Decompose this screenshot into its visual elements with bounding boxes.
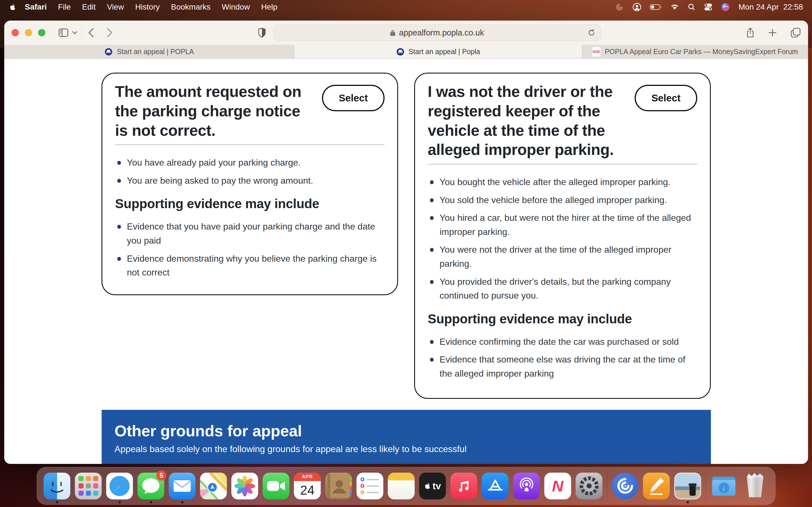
screen-mirroring-icon[interactable] <box>615 3 624 11</box>
dock-contacts[interactable] <box>325 473 352 499</box>
dock-apple-tv[interactable]: tv <box>419 473 446 499</box>
calendar-day: 24 <box>300 481 314 499</box>
minimized-window-object <box>690 486 696 496</box>
dock-mail[interactable] <box>169 473 196 499</box>
card-divider <box>428 164 697 165</box>
menu-view[interactable]: View <box>101 3 130 11</box>
reload-icon[interactable] <box>587 29 596 39</box>
back-icon[interactable] <box>88 28 94 38</box>
dock-safari[interactable] <box>106 473 133 499</box>
sidebar-icon[interactable] <box>58 28 68 37</box>
dock-divider <box>706 473 706 499</box>
tab-overview-icon[interactable] <box>791 27 801 38</box>
calendar-month: APR <box>294 473 321 481</box>
dock-podcasts[interactable] <box>513 473 540 499</box>
other-grounds-banner: Other grounds for appeal Appeals based s… <box>101 410 711 464</box>
bullet-item: You have already paid your parking charg… <box>115 156 385 170</box>
spotlight-search-icon[interactable] <box>688 3 696 11</box>
menu-bar: Safari File Edit View History Bookmarks … <box>0 0 812 14</box>
browser-toolbar: appealform.popla.co.uk <box>4 20 808 45</box>
minimize-window-button[interactable] <box>25 29 32 36</box>
tab-bar: Start an appeal | POPLA Start an appeal … <box>4 45 808 59</box>
safari-window: appealform.popla.co.uk Start an appeal |… <box>4 20 808 464</box>
dock: 5 APR 24 <box>37 467 776 505</box>
appeal-ground-card-not-driver-or-keeper: I was not the driver or the registered k… <box>414 73 711 399</box>
reason-list: You bought the vehicle after the alleged… <box>428 175 697 303</box>
dock-photos[interactable] <box>232 473 258 499</box>
share-icon[interactable] <box>746 27 755 38</box>
tab-label: Start an appeal | POPLA <box>117 48 194 56</box>
tab-start-an-appeal-popla-1[interactable]: Start an appeal | POPLA <box>4 45 294 59</box>
select-button[interactable]: Select <box>322 85 385 111</box>
control-center-icon[interactable] <box>704 3 712 11</box>
dock-notes[interactable] <box>388 473 415 499</box>
user-account-icon[interactable] <box>632 3 642 11</box>
dock-news[interactable]: N <box>545 473 571 499</box>
banner-subtitle: Appeals based solely on the following gr… <box>114 444 698 454</box>
dock-facetime[interactable] <box>263 473 290 499</box>
siri-icon[interactable] <box>721 3 730 11</box>
dock-system-settings[interactable] <box>576 473 603 499</box>
dock-maps[interactable] <box>200 473 227 499</box>
dock-app-store[interactable] <box>482 473 509 499</box>
menu-file[interactable]: File <box>52 3 77 11</box>
select-button[interactable]: Select <box>635 85 697 111</box>
menu-bookmarks[interactable]: Bookmarks <box>165 3 216 11</box>
menu-edit[interactable]: Edit <box>77 3 101 11</box>
dock-trash[interactable] <box>742 473 769 499</box>
card-title: The amount requested on the parking char… <box>115 82 315 140</box>
dock-pages[interactable] <box>643 473 670 499</box>
tab-label: POPLA Appeal Euro Car Parks — MoneySavin… <box>605 48 798 56</box>
close-window-button[interactable] <box>11 29 19 36</box>
battery-icon[interactable] <box>650 4 662 10</box>
supporting-evidence-heading: Supporting evidence may include <box>115 196 385 211</box>
dock-divider <box>607 473 607 499</box>
dock-reminders[interactable] <box>357 473 384 499</box>
menu-bar-clock[interactable]: Mon 24 Apr 22:58 <box>739 3 803 11</box>
apple-tv-label: tv <box>433 481 441 492</box>
dock-launchpad[interactable] <box>75 473 102 499</box>
card-title: I was not the driver or the registered k… <box>428 82 627 159</box>
dock-calendar[interactable]: APR 24 <box>294 473 321 499</box>
forward-icon[interactable] <box>107 28 113 38</box>
zoom-window-button[interactable] <box>38 29 45 36</box>
address-text: appealform.popla.co.uk <box>399 28 484 38</box>
tab-start-an-appeal-popla-2-active[interactable]: Start an appeal | Popla <box>294 45 582 59</box>
tab-mse-forum[interactable]: MSE POPLA Appeal Euro Car Parks — MoneyS… <box>582 45 808 59</box>
appeal-ground-card-amount-incorrect: The amount requested on the parking char… <box>101 73 398 295</box>
tab-label: Start an appeal | Popla <box>409 48 480 56</box>
bullet-item: You bought the vehicle after the alleged… <box>428 175 697 189</box>
card-divider <box>115 145 385 145</box>
messages-badge: 5 <box>156 470 167 481</box>
banner-title: Other grounds for appeal <box>114 421 698 440</box>
bullet-item: You sold the vehicle before the alleged … <box>428 193 697 207</box>
dock-finder[interactable] <box>44 473 70 499</box>
bullet-item: You provided the driver's details, but t… <box>428 275 697 303</box>
dock-blue-spiral-app[interactable] <box>612 473 639 499</box>
bullet-item: Evidence demonstrating why you believe t… <box>115 252 385 280</box>
bullet-item: You were not the driver at the time of t… <box>428 243 697 271</box>
download-arrow-icon: ↓ <box>718 483 729 493</box>
popla-car-favicon <box>104 48 113 56</box>
bullet-item: You hired a car, but were not the hirer … <box>428 211 697 239</box>
menu-window[interactable]: Window <box>216 3 256 11</box>
reason-list: You have already paid your parking charg… <box>115 156 385 187</box>
privacy-shield-icon[interactable] <box>258 27 266 38</box>
dock-minimized-window[interactable] <box>674 473 701 499</box>
dock-messages[interactable]: 5 <box>138 473 164 499</box>
menu-history[interactable]: History <box>130 3 165 11</box>
wifi-icon[interactable] <box>670 3 679 11</box>
bullet-item: You are being asked to pay the wrong amo… <box>115 174 385 188</box>
menu-help[interactable]: Help <box>255 3 283 11</box>
address-bar[interactable]: appealform.popla.co.uk <box>273 24 601 41</box>
menu-safari[interactable]: Safari <box>19 3 52 11</box>
trash-cup <box>746 476 765 497</box>
bullet-item: Evidence confirming the date the car was… <box>428 335 697 349</box>
dock-music[interactable] <box>451 473 477 499</box>
chevron-down-icon[interactable] <box>72 31 78 35</box>
evidence-list: Evidence confirming the date the car was… <box>428 335 697 381</box>
new-tab-icon[interactable] <box>768 28 777 37</box>
dock-downloads-folder[interactable]: ↓ <box>711 473 737 499</box>
bullet-item: Evidence that someone else was driving t… <box>428 353 697 381</box>
apple-menu-icon[interactable] <box>9 3 16 11</box>
